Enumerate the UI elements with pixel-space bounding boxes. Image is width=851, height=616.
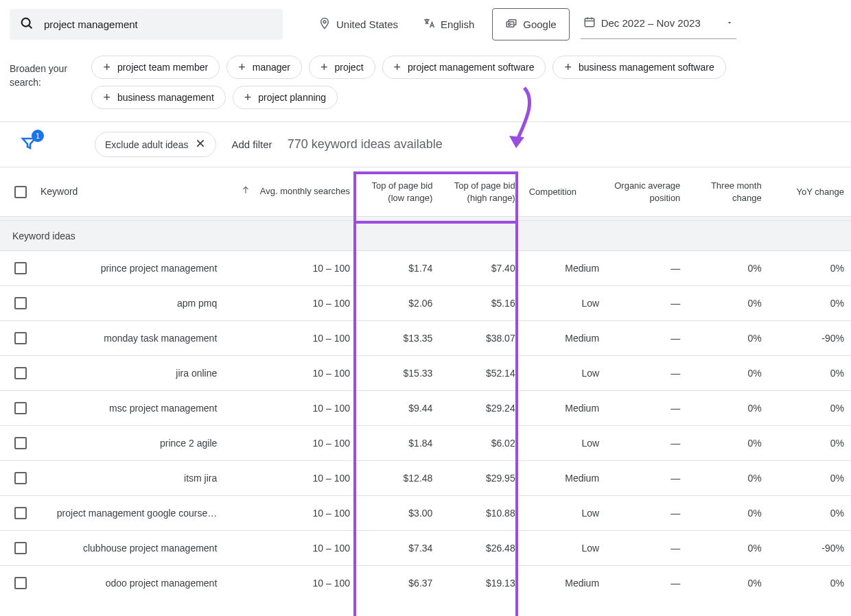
competition-cell: Medium <box>522 321 606 356</box>
row-checkbox-cell[interactable] <box>0 461 34 496</box>
yoy-cell: 0% <box>769 496 851 531</box>
row-checkbox-cell[interactable] <box>0 426 34 461</box>
top-toolbar: United States English Google Dec 2022 – … <box>0 0 851 49</box>
checkbox-icon[interactable] <box>14 402 27 414</box>
yoy-cell: 0% <box>769 426 851 461</box>
three-month-cell: 0% <box>687 391 768 426</box>
broaden-chip[interactable]: +project team member <box>91 56 220 79</box>
organic-cell: — <box>606 356 687 391</box>
checkbox-icon[interactable] <box>14 332 27 344</box>
location-selector[interactable]: United States <box>312 12 405 37</box>
keyword-cell[interactable]: odoo project management <box>34 566 224 601</box>
keyword-cell[interactable]: itsm jira <box>34 461 224 496</box>
col-yoy[interactable]: YoY change <box>769 167 851 217</box>
bid-high-cell: $7.40 <box>439 251 522 286</box>
bid-low-cell: $9.44 <box>357 391 439 426</box>
broaden-chip[interactable]: +business management <box>91 86 225 109</box>
row-checkbox-cell[interactable] <box>0 531 34 566</box>
col-organic[interactable]: Organic average position <box>606 167 687 217</box>
checkbox-icon[interactable] <box>14 507 27 519</box>
close-icon[interactable] <box>195 138 206 151</box>
keyword-cell[interactable]: msc project management <box>34 391 224 426</box>
competition-cell: Medium <box>522 251 606 286</box>
search-input[interactable] <box>44 19 273 30</box>
network-selector[interactable]: Google <box>492 8 569 40</box>
checkbox-icon[interactable] <box>14 472 27 484</box>
organic-cell: — <box>606 496 687 531</box>
broaden-chip[interactable]: +manager <box>226 56 302 79</box>
checkbox-icon[interactable] <box>14 186 27 198</box>
date-range-selector[interactable]: Dec 2022 – Nov 2023 <box>581 10 736 39</box>
translate-icon <box>423 17 435 32</box>
searches-cell: 10 – 100 <box>224 566 357 601</box>
language-selector[interactable]: English <box>416 12 481 37</box>
table-row: prince 2 agile10 – 100$1.84$6.02Low—0%0% <box>0 426 851 461</box>
network-icon <box>505 17 517 32</box>
keyword-cell[interactable]: clubhouse project management <box>34 531 224 566</box>
broaden-chip[interactable]: +project management software <box>382 56 546 79</box>
checkbox-icon[interactable] <box>14 262 27 274</box>
bid-low-cell: $12.48 <box>357 461 439 496</box>
keyword-cell[interactable]: jira online <box>34 356 224 391</box>
row-checkbox-cell[interactable] <box>0 356 34 391</box>
row-checkbox-cell[interactable] <box>0 496 34 531</box>
bid-high-cell: $29.95 <box>439 461 522 496</box>
col-bid-low[interactable]: Top of page bid (low range) <box>357 167 439 217</box>
chip-label: project team member <box>117 62 208 73</box>
checkbox-icon[interactable] <box>14 542 27 554</box>
broaden-chip[interactable]: +project <box>309 56 375 79</box>
checkbox-icon[interactable] <box>14 367 27 379</box>
competition-cell: Low <box>522 356 606 391</box>
filter-icon-button[interactable]: 1 <box>21 135 37 154</box>
keyword-cell[interactable]: monday task management <box>34 321 224 356</box>
table-row: clubhouse project management10 – 100$7.3… <box>0 531 851 566</box>
organic-cell: — <box>606 286 687 321</box>
plus-icon: + <box>564 61 572 73</box>
bid-low-cell: $1.74 <box>357 251 439 286</box>
col-keyword[interactable]: Keyword <box>34 167 224 217</box>
keyword-cell[interactable]: prince 2 agile <box>34 426 224 461</box>
broaden-chip-row: +project team member+manager+project+pro… <box>91 56 841 109</box>
plus-icon: + <box>394 61 401 73</box>
three-month-cell: 0% <box>687 426 768 461</box>
add-filter-button[interactable]: Add filter <box>231 139 272 150</box>
filter-pill-exclude-adult[interactable]: Exclude adult ideas <box>95 132 216 157</box>
keyword-cell[interactable]: project management google course… <box>34 496 224 531</box>
col-searches[interactable]: Avg. monthly searches <box>224 167 357 217</box>
location-label: United States <box>336 19 398 30</box>
checkbox-icon[interactable] <box>14 577 27 589</box>
broaden-chip[interactable]: +project planning <box>233 86 338 109</box>
bid-high-cell: $10.88 <box>439 496 522 531</box>
bid-high-cell: $6.02 <box>439 426 522 461</box>
bid-high-cell: $5.16 <box>439 286 522 321</box>
checkbox-icon[interactable] <box>14 437 27 449</box>
search-box[interactable] <box>10 9 283 40</box>
bid-high-cell: $26.48 <box>439 531 522 566</box>
col-three-month[interactable]: Three month change <box>687 167 768 217</box>
bid-low-cell: $7.34 <box>357 531 439 566</box>
row-checkbox-cell[interactable] <box>0 251 34 286</box>
filter-pill-label: Exclude adult ideas <box>105 139 188 150</box>
keyword-cell[interactable]: prince project management <box>34 251 224 286</box>
keyword-cell[interactable]: apm pmq <box>34 286 224 321</box>
col-bid-high[interactable]: Top of page bid (high range) <box>439 167 522 217</box>
organic-cell: — <box>606 531 687 566</box>
row-checkbox-cell[interactable] <box>0 321 34 356</box>
searches-cell: 10 – 100 <box>224 461 357 496</box>
bid-low-cell: $2.06 <box>357 286 439 321</box>
competition-cell: Low <box>522 496 606 531</box>
keyword-table: Keyword Avg. monthly searches Top of pag… <box>0 167 851 601</box>
competition-cell: Medium <box>522 391 606 426</box>
row-checkbox-cell[interactable] <box>0 391 34 426</box>
searches-cell: 10 – 100 <box>224 321 357 356</box>
col-competition[interactable]: Competition <box>522 167 606 217</box>
table-row: odoo project management10 – 100$6.37$19.… <box>0 566 851 601</box>
chip-label: manager <box>253 62 290 73</box>
broaden-chip[interactable]: +business management software <box>552 56 725 79</box>
row-checkbox-cell[interactable] <box>0 566 34 601</box>
chip-label: project management software <box>408 62 534 73</box>
checkbox-icon[interactable] <box>14 297 27 309</box>
row-checkbox-cell[interactable] <box>0 286 34 321</box>
organic-cell: — <box>606 321 687 356</box>
select-all-cell[interactable] <box>0 167 34 217</box>
